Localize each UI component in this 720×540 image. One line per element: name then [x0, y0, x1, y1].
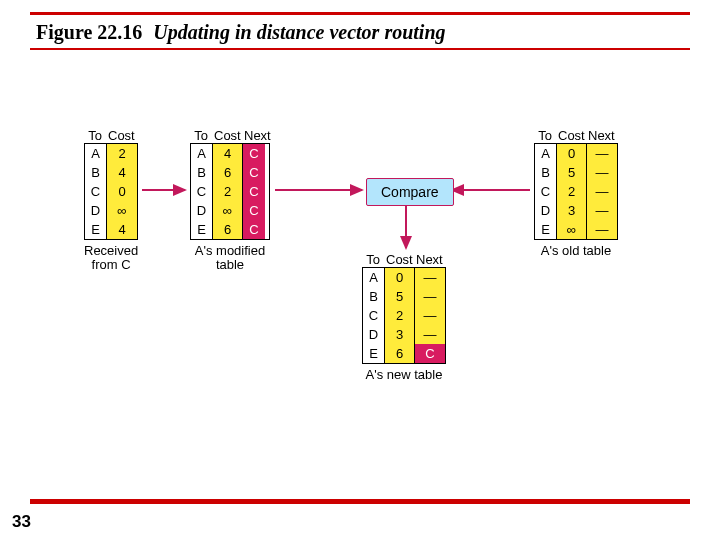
- cell: E: [535, 220, 557, 239]
- cell: C: [243, 163, 265, 182]
- cell: 6: [213, 220, 243, 239]
- cell: 5: [557, 163, 587, 182]
- cell: C: [243, 220, 265, 239]
- cell: E: [363, 344, 385, 363]
- cell: 4: [107, 220, 137, 239]
- cell: 4: [107, 163, 137, 182]
- cell: 0: [557, 144, 587, 163]
- cell: 4: [213, 144, 243, 163]
- col-header-cost: Cost: [384, 252, 414, 267]
- cell: —: [415, 325, 445, 344]
- cell: C: [243, 144, 265, 163]
- cell: 3: [385, 325, 415, 344]
- cell: B: [535, 163, 557, 182]
- cell: 2: [385, 306, 415, 325]
- cell: B: [191, 163, 213, 182]
- cell: D: [191, 201, 213, 220]
- cell: D: [363, 325, 385, 344]
- cell: —: [587, 201, 617, 220]
- cell: —: [415, 306, 445, 325]
- table-caption: A's new table: [362, 368, 446, 382]
- col-header-to: To: [362, 252, 384, 267]
- cell: E: [85, 220, 107, 239]
- cell: A: [363, 268, 385, 287]
- cell: A: [535, 144, 557, 163]
- table-caption: A's modifiedtable: [190, 244, 270, 273]
- col-header-to: To: [84, 128, 106, 143]
- cell: —: [415, 268, 445, 287]
- cell: A: [191, 144, 213, 163]
- cell: D: [535, 201, 557, 220]
- table-modified: To Cost Next A B C D E 4 6 2 ∞ 6 C C C: [190, 128, 270, 273]
- cell: C: [243, 201, 265, 220]
- cell: 5: [385, 287, 415, 306]
- col-header-to: To: [190, 128, 212, 143]
- cell: B: [85, 163, 107, 182]
- cell: 2: [107, 144, 137, 163]
- cell: 0: [107, 182, 137, 201]
- figure-title: Figure 22.16 Updating in distance vector…: [0, 15, 720, 48]
- cell: 2: [557, 182, 587, 201]
- cell: C: [191, 182, 213, 201]
- cell: C: [415, 344, 445, 363]
- cell: ∞: [557, 220, 587, 239]
- cell: 2: [213, 182, 243, 201]
- col-header-next: Next: [414, 252, 442, 267]
- col-header-next: Next: [242, 128, 270, 143]
- cell: —: [415, 287, 445, 306]
- page-number: 33: [12, 512, 31, 532]
- cell: B: [363, 287, 385, 306]
- title-underline: [30, 48, 690, 50]
- table-new: To Cost Next A B C D E 0 5 2 3 6 — — —: [362, 252, 446, 382]
- cell: D: [85, 201, 107, 220]
- col-header-next: Next: [586, 128, 614, 143]
- cell: ∞: [107, 201, 137, 220]
- diagram-area: To Cost A B C D E 2 4 0 ∞ 4 Receivedfrom…: [0, 110, 720, 450]
- table-caption: A's old table: [534, 244, 618, 258]
- compare-box: Compare: [366, 178, 454, 206]
- table-received: To Cost A B C D E 2 4 0 ∞ 4 Receivedfrom…: [84, 128, 138, 273]
- cell: C: [243, 182, 265, 201]
- footer-rule: [30, 499, 690, 504]
- compare-label: Compare: [381, 184, 439, 200]
- table-caption: Receivedfrom C: [84, 244, 138, 273]
- cell: 6: [385, 344, 415, 363]
- cell: —: [587, 144, 617, 163]
- col-header-cost: Cost: [556, 128, 586, 143]
- col-header-to: To: [534, 128, 556, 143]
- col-header-cost: Cost: [212, 128, 242, 143]
- cell: C: [535, 182, 557, 201]
- cell: C: [363, 306, 385, 325]
- cell: C: [85, 182, 107, 201]
- cell: 6: [213, 163, 243, 182]
- cell: 0: [385, 268, 415, 287]
- col-header-cost: Cost: [106, 128, 136, 143]
- cell: —: [587, 220, 617, 239]
- figure-caption: Updating in distance vector routing: [153, 21, 445, 43]
- cell: —: [587, 163, 617, 182]
- cell: —: [587, 182, 617, 201]
- table-old: To Cost Next A B C D E 0 5 2 3 ∞ — — —: [534, 128, 618, 258]
- cell: ∞: [213, 201, 243, 220]
- cell: 3: [557, 201, 587, 220]
- cell: E: [191, 220, 213, 239]
- cell: A: [85, 144, 107, 163]
- figure-number: Figure 22.16: [36, 21, 142, 43]
